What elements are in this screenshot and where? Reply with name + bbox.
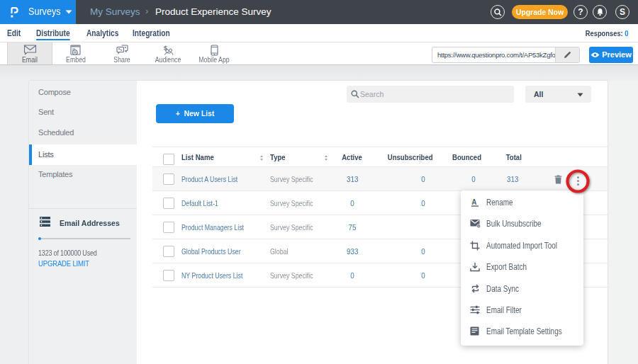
svg-text:A: A [471, 198, 476, 206]
